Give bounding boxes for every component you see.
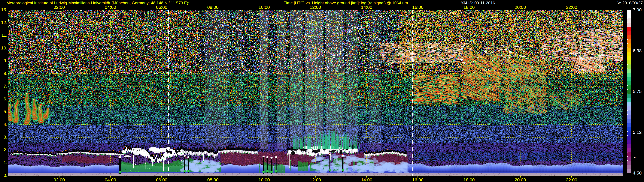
x-tick-mark: [520, 176, 520, 178]
x-tick-label-bottom: 10:00: [258, 177, 270, 182]
colorbar-value-label: 6.38: [633, 48, 642, 53]
y-tick-label: 2.: [0, 147, 7, 152]
x-tick-label-bottom: 22:00: [566, 177, 577, 182]
y-tick-label: 9.: [0, 58, 7, 63]
x-tick-label-top: 18:00: [464, 5, 475, 10]
y-tick-label: 12.: [0, 20, 7, 25]
colorbar: [627, 10, 631, 173]
x-tick-label-bottom: 16:00: [412, 177, 424, 182]
y-tick-label: 0.: [0, 173, 7, 178]
colorbar-tick: [627, 119, 628, 119]
x-tick-mark: [59, 176, 60, 178]
y-tick-label: 1.: [0, 160, 7, 165]
colorbar-tick: [627, 43, 628, 44]
colorbar-tick: [627, 18, 628, 19]
lidar-quicklook-page: Meteorological Institute of Ludwig-Maxim…: [0, 0, 644, 182]
colorbar-tick: [627, 169, 628, 169]
colorbar-tick: [627, 39, 628, 40]
x-tick-label-top: 22:00: [566, 5, 577, 10]
colorbar-value-label: 4.50: [633, 171, 642, 176]
colorbar-tick: [627, 85, 628, 86]
x-tick-label-bottom: 02:00: [54, 177, 65, 182]
colorbar-tick: [627, 31, 628, 31]
x-tick-label-top: 14:00: [361, 5, 372, 10]
x-tick-label-bottom: 06:00: [156, 177, 168, 182]
plot-canvas: [8, 10, 623, 176]
colorbar-value-label: 5.12: [633, 130, 642, 135]
x-tick-mark: [366, 176, 367, 178]
version-label: V: 2016/09/27: [618, 1, 643, 5]
y-tick-label: 3.: [0, 134, 7, 140]
colorbar-tick: [627, 60, 628, 60]
colorbar-tick: [627, 160, 628, 161]
colorbar-tick: [627, 106, 628, 106]
colorbar-tick: [627, 127, 628, 127]
y-tick-label: 4.: [0, 122, 7, 127]
x-tick-mark: [418, 176, 418, 178]
colorbar-tick: [627, 14, 628, 14]
colorbar-tick: [627, 64, 628, 65]
colorbar-tick: [627, 156, 628, 157]
x-tick-label-top: 20:00: [514, 5, 526, 10]
colorbar-tick: [627, 89, 628, 90]
colorbar-tick: [627, 56, 628, 56]
x-tick-label-top: 08:00: [207, 5, 218, 10]
colorbar-tick: [627, 148, 628, 148]
colorbar-tick: [627, 81, 628, 81]
colorbar-tick: [627, 165, 628, 165]
x-tick-label-bottom: 18:00: [464, 177, 475, 182]
plot-title: Time [UTC] vs. Height above ground [km]:…: [284, 1, 408, 5]
colorbar-tick: [627, 52, 628, 52]
x-tick-label-top: 10:00: [258, 5, 270, 10]
x-tick-label-bottom: 04:00: [105, 177, 116, 182]
y-tick-label: 8.: [0, 71, 7, 76]
colorbar-tick: [627, 110, 628, 111]
y-tick-label: 7.: [0, 84, 7, 89]
colorbar-tick: [627, 48, 628, 48]
colorbar-tick: [627, 123, 628, 123]
y-tick-label: 6.: [0, 96, 7, 101]
y-tick-label: 13.: [0, 7, 7, 12]
x-tick-mark: [469, 176, 469, 178]
colorbar-tick: [627, 93, 628, 94]
y-tick-label: 11.: [0, 33, 7, 38]
x-tick-label-top: 06:00: [156, 5, 168, 10]
x-tick-mark: [315, 176, 316, 178]
colorbar-tick: [627, 140, 628, 140]
y-tick-label: 10.: [0, 45, 7, 51]
x-tick-mark: [162, 176, 162, 178]
colorbar-tick: [627, 69, 628, 69]
colorbar-tick: [627, 73, 628, 73]
colorbar-tick: [627, 131, 628, 132]
x-tick-mark: [571, 176, 572, 178]
colorbar-tick: [627, 35, 628, 35]
x-tick-mark: [264, 176, 264, 178]
colorbar-tick: [627, 98, 628, 98]
colorbar-tick: [627, 135, 628, 136]
colorbar-tick: [627, 22, 628, 23]
colorbar-tick: [627, 26, 628, 27]
x-tick-label-top: 16:00: [412, 5, 424, 10]
colorbar-tick: [627, 152, 628, 152]
x-tick-mark: [213, 176, 213, 178]
colorbar-tick: [627, 144, 628, 144]
x-tick-label-bottom: 12:00: [310, 177, 321, 182]
colorbar-tick: [627, 77, 628, 77]
x-tick-label-bottom: 20:00: [514, 177, 526, 182]
x-tick-mark: [110, 176, 110, 178]
x-tick-label-bottom: 14:00: [361, 177, 372, 182]
x-tick-label-bottom: 08:00: [207, 177, 218, 182]
colorbar-value-label: 7.00: [633, 7, 642, 12]
colorbar-tick: [627, 114, 628, 115]
x-tick-label-top: 04:00: [105, 5, 116, 10]
x-tick-label-top: 12:00: [310, 5, 321, 10]
colorbar-value-label: 5.75: [633, 89, 642, 94]
x-tick-label-top: 02:00: [54, 5, 65, 10]
plot-frame: [8, 10, 623, 176]
colorbar-side-label: eq: [634, 156, 637, 159]
y-tick-label: 5.: [0, 109, 7, 114]
colorbar-tick: [627, 102, 628, 102]
